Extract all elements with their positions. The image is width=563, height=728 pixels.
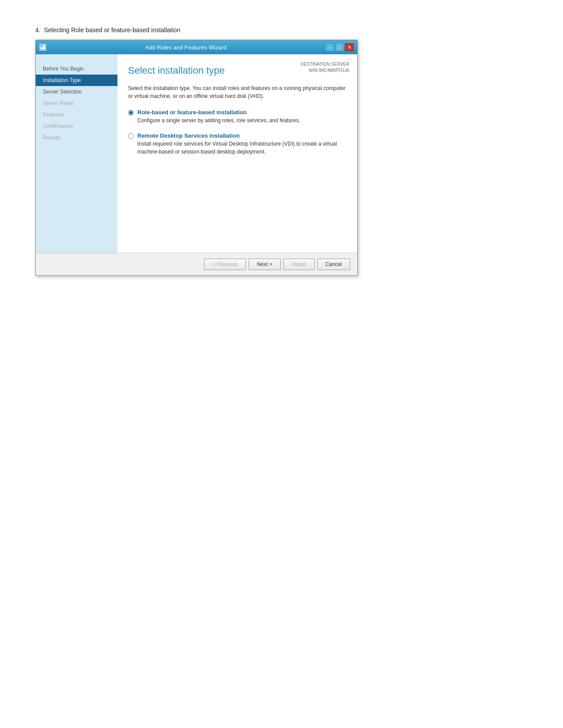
install-button: Install (283, 259, 314, 270)
close-button[interactable]: ✕ (345, 43, 354, 51)
option-role-based: Role-based or feature-based installation… (128, 109, 347, 124)
sidebar-item-before-you-begin[interactable]: Before You Begin (36, 63, 117, 75)
option-group: Role-based or feature-based installation… (128, 109, 347, 156)
description-text: Select the installation type. You can in… (128, 84, 347, 100)
sidebar-item-features: Features (36, 109, 117, 120)
next-button[interactable]: Next > (249, 259, 281, 270)
radio-role-based[interactable] (128, 110, 134, 116)
minimize-button[interactable]: – (325, 43, 334, 51)
destination-server-label: DESTINATION SERVER (301, 61, 349, 68)
step-label: 4. Selecting Role based or feature-based… (35, 26, 528, 34)
maximize-button[interactable]: □ (335, 43, 344, 51)
wizard-body: Before You Begin Installation Type Serve… (36, 54, 357, 253)
option-remote-desktop-desc: Install required role services for Virtu… (137, 140, 347, 156)
radio-remote-desktop[interactable] (128, 133, 134, 139)
sidebar: Before You Begin Installation Type Serve… (36, 54, 117, 253)
wizard-window: Add Roles and Features Wizard – □ ✕ Befo… (35, 40, 358, 276)
previous-button[interactable]: < Previous (204, 259, 246, 270)
title-bar: Add Roles and Features Wizard – □ ✕ (36, 40, 357, 54)
option-remote-desktop-content: Remote Desktop Services installation Ins… (137, 132, 347, 156)
destination-server-value: WIN-99C4M0FFDJA (301, 68, 349, 74)
option-role-based-label[interactable]: Role-based or feature-based installation (137, 109, 247, 116)
sidebar-item-confirmation: Confirmation (36, 120, 117, 132)
cancel-button[interactable]: Cancel (317, 259, 350, 270)
wizard-icon (39, 44, 46, 51)
window-controls: – □ ✕ (325, 43, 354, 51)
sidebar-item-results: Results (36, 132, 117, 143)
option-role-based-content: Role-based or feature-based installation… (137, 109, 300, 124)
sidebar-item-installation-type[interactable]: Installation Type (36, 75, 117, 86)
svg-rect-1 (41, 45, 43, 47)
sidebar-item-server-selection[interactable]: Server Selection (36, 86, 117, 98)
sidebar-item-server-roles: Server Roles (36, 98, 117, 109)
option-role-based-desc: Configure a single server by adding role… (137, 116, 300, 124)
wizard-title: Add Roles and Features Wizard (46, 44, 325, 51)
content-area: DESTINATION SERVER WIN-99C4M0FFDJA Selec… (117, 54, 357, 253)
destination-server: DESTINATION SERVER WIN-99C4M0FFDJA (301, 61, 349, 74)
option-remote-desktop: Remote Desktop Services installation Ins… (128, 132, 347, 156)
wizard-footer: < Previous Next > Install Cancel (36, 253, 357, 275)
option-remote-desktop-label[interactable]: Remote Desktop Services installation (137, 132, 240, 139)
